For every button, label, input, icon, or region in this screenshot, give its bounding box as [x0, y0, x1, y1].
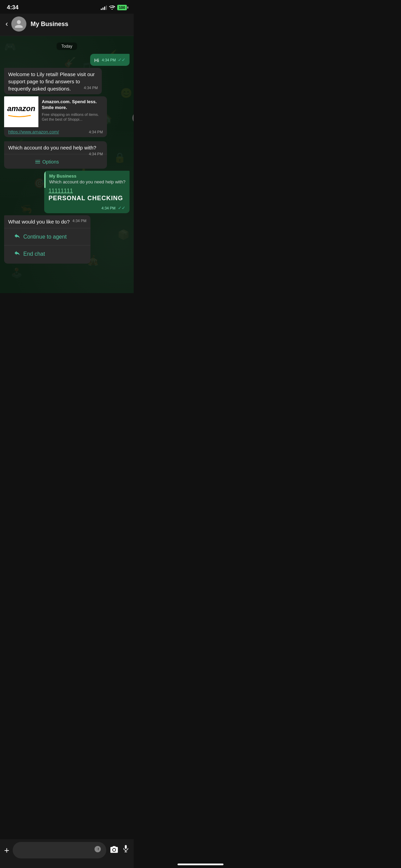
bubble-hi: Hi 4:34 PM ✓✓: [90, 54, 130, 66]
link-preview-title: Amazon.com. Spend less. Smile more.: [42, 99, 104, 111]
message-reply: My Business Which account do you need he…: [4, 171, 130, 213]
quote-checkmarks: ✓✓: [118, 205, 125, 210]
chat-background: 🎮 ⚡ 🎵 🍕 😊 🌿 🏠 🎃 🍎 🔒 🌙 🎯 ⚽ 🦐 🌺 📦 🔑 🎪 🕹️ 🎸…: [0, 36, 134, 293]
wifi-icon: [109, 5, 115, 11]
bubble-account-text: Which account do you need help with?: [8, 145, 96, 150]
back-button[interactable]: ‹: [5, 20, 8, 28]
share-button[interactable]: [132, 112, 134, 123]
quote-inner: My Business Which account do you need he…: [44, 171, 130, 188]
quote-answer: 11111111 PERSONAL CHECKING: [44, 188, 130, 205]
message-hi: Hi 4:34 PM ✓✓: [4, 54, 130, 66]
message-account: Which account do you need help with? 4:3…: [4, 141, 130, 169]
status-icons: 100: [101, 5, 127, 11]
message-welcome: Welcome to Lily retail! Please visit our…: [4, 68, 130, 94]
quote-footer: 4:34 PM ✓✓: [44, 205, 130, 213]
continue-agent-icon: [14, 232, 21, 241]
reply-icon: [14, 232, 21, 239]
answer-link[interactable]: 11111111: [48, 188, 125, 194]
message-actions: What would you like to do? 4:34 PM Conti…: [4, 215, 130, 264]
status-bar: 4:34 100: [0, 0, 134, 14]
link-preview-image: amazon: [4, 96, 38, 127]
signal-icon: [101, 5, 107, 10]
link-preview-footer: https://www.amazon.com/ 4:34 PM: [4, 127, 107, 137]
options-button[interactable]: Options: [8, 156, 86, 167]
status-time: 4:34: [7, 4, 19, 11]
amazon-logo-container: amazon: [7, 104, 35, 119]
amazon-arrow-icon: [7, 113, 31, 118]
chat-header: ‹ My Business: [0, 14, 134, 36]
message-link: amazon Amazon.com. Spend less. Smile mor…: [4, 96, 130, 139]
end-chat-label: End chat: [23, 251, 45, 257]
answer-value: PERSONAL CHECKING: [48, 195, 123, 202]
battery-icon: 100: [117, 5, 127, 10]
bubble-welcome-time: 4:34 PM: [84, 86, 98, 90]
avatar-icon: [14, 19, 24, 29]
bubble-hi-time: 4:34 PM ✓✓: [102, 57, 125, 62]
bubble-actions-text: What would you like to do?: [8, 219, 70, 225]
quote-body: My Business Which account do you need he…: [46, 171, 130, 188]
link-time: 4:34 PM: [89, 130, 103, 134]
continue-agent-label: Continue to agent: [23, 234, 66, 240]
end-chat-button[interactable]: End chat: [8, 245, 86, 262]
end-chat-reply-icon: [14, 250, 21, 256]
link-preview-content: amazon Amazon.com. Spend less. Smile mor…: [4, 96, 107, 127]
avatar: [11, 16, 26, 32]
options-icon: [35, 160, 40, 164]
link-preview-desc: Free shipping on millions of items. Get …: [42, 112, 104, 122]
bubble-welcome: Welcome to Lily retail! Please visit our…: [4, 68, 102, 94]
bubble-hi-text: Hi: [94, 57, 99, 63]
options-label: Options: [42, 159, 59, 165]
quoted-bubble: My Business Which account do you need he…: [44, 171, 130, 213]
link-preview-bubble: amazon Amazon.com. Spend less. Smile mor…: [4, 96, 107, 137]
quote-question: Which account do you need help with?: [49, 179, 125, 184]
bubble-welcome-text: Welcome to Lily retail! Please visit our…: [8, 71, 95, 92]
end-chat-icon: [14, 250, 21, 258]
bubble-account: Which account do you need help with? 4:3…: [4, 141, 107, 169]
quote-sender: My Business: [49, 173, 125, 179]
amazon-logo-text: amazon: [7, 104, 35, 113]
link-preview-text-area: Amazon.com. Spend less. Smile more. Free…: [38, 96, 107, 127]
date-divider: Today: [4, 43, 130, 49]
contact-name: My Business: [31, 21, 68, 28]
link-url[interactable]: https://www.amazon.com/: [8, 129, 59, 134]
svg-marker-0: [30, 115, 31, 116]
quote-time: 4:34 PM: [101, 206, 116, 210]
continue-agent-button[interactable]: Continue to agent: [8, 228, 86, 245]
bubble-actions-time: 4:34 PM: [72, 219, 86, 223]
bubble-account-time: 4:34 PM: [89, 152, 103, 156]
bubble-actions: What would you like to do? 4:34 PM Conti…: [4, 215, 90, 264]
